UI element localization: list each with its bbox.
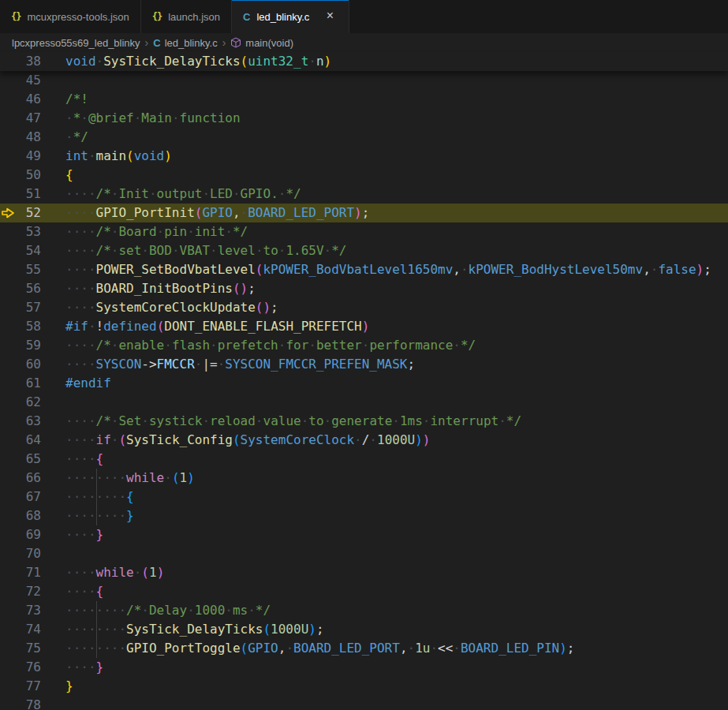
code-line[interactable]: 76····} [0, 658, 728, 677]
sticky-line[interactable]: 38void·SysTick_DelayTicks(uint32_t·n) [0, 52, 728, 71]
line-number[interactable]: 58 [16, 317, 41, 336]
tab-mcuxpresso-tools-json[interactable]: {} mcuxpresso-tools.json [0, 0, 141, 33]
code-line[interactable]: 70 [0, 544, 728, 563]
code-line[interactable]: 72····{ [0, 582, 728, 601]
glyph-margin[interactable] [0, 317, 16, 336]
code-line[interactable]: 61#endif [0, 374, 728, 393]
line-number[interactable]: 75 [16, 639, 41, 658]
line-number[interactable]: 55 [16, 260, 41, 279]
line-number[interactable]: 60 [16, 355, 41, 374]
code-line[interactable]: 77} [0, 677, 728, 696]
line-number[interactable]: 69 [16, 525, 41, 544]
breadcrumb-item-project[interactable]: lpcxpresso55s69_led_blinky [12, 37, 140, 49]
code-line[interactable]: 49int·main(void) [0, 147, 728, 166]
glyph-margin[interactable] [0, 544, 16, 563]
breadcrumb-item-file[interactable]: C led_blinky.c [153, 37, 217, 49]
line-number[interactable]: 48 [16, 128, 41, 147]
code-line[interactable]: 59····/*·enable·flash·prefetch·for·bette… [0, 336, 728, 355]
glyph-margin[interactable] [0, 241, 16, 260]
code-line[interactable]: 53····/*·Board·pin·init·*/ [0, 222, 728, 241]
code-line[interactable]: 45 [0, 71, 728, 90]
line-number[interactable]: 67 [16, 488, 41, 506]
line-number[interactable]: 78 [16, 696, 41, 710]
code-line[interactable]: 66········while·(1) [0, 469, 728, 488]
line-number[interactable]: 61 [16, 374, 41, 393]
line-number[interactable]: 53 [16, 222, 41, 241]
glyph-margin[interactable] [0, 393, 16, 412]
code-line[interactable]: 56····BOARD_InitBootPins(); [0, 279, 728, 298]
code-line[interactable]: 60····SYSCON->FMCCR·|=·SYSCON_FMCCR_PREF… [0, 355, 728, 374]
glyph-margin[interactable] [0, 109, 16, 128]
glyph-margin[interactable] [0, 336, 16, 355]
glyph-margin[interactable] [0, 298, 16, 317]
glyph-margin[interactable] [0, 639, 16, 658]
glyph-margin[interactable] [0, 677, 16, 696]
line-number[interactable]: 64 [16, 431, 41, 450]
line-number[interactable]: 66 [16, 469, 41, 488]
line-number[interactable]: 72 [16, 582, 41, 601]
glyph-margin[interactable] [0, 506, 16, 525]
glyph-margin[interactable] [0, 222, 16, 241]
code-line[interactable]: 68········} [0, 506, 728, 525]
code-line[interactable]: 51····/*·Init·output·LED·GPIO.·*/ [0, 185, 728, 204]
glyph-margin[interactable] [0, 71, 16, 90]
line-number[interactable]: 50 [16, 166, 41, 185]
glyph-margin[interactable] [0, 412, 16, 431]
glyph-margin[interactable] [0, 620, 16, 639]
glyph-margin[interactable] [0, 374, 16, 393]
line-number[interactable]: 71 [16, 563, 41, 582]
glyph-margin[interactable] [0, 563, 16, 582]
line-number[interactable]: 68 [16, 506, 41, 525]
code-line[interactable]: 50{ [0, 166, 728, 185]
line-number[interactable]: 46 [16, 90, 41, 109]
glyph-margin[interactable] [0, 166, 16, 185]
line-number[interactable]: 63 [16, 412, 41, 431]
line-number[interactable]: 49 [16, 147, 41, 166]
glyph-margin[interactable] [0, 601, 16, 620]
code-line[interactable]: 63····/*·Set·systick·reload·value·to·gen… [0, 412, 728, 431]
line-number[interactable]: 47 [16, 109, 41, 128]
line-number[interactable]: 52 [16, 204, 41, 222]
code-line[interactable]: 54····/*·set·BOD·VBAT·level·to·1.65V·*/ [0, 241, 728, 260]
code-line[interactable]: 73········/*·Delay·1000·ms·*/ [0, 601, 728, 620]
line-number[interactable]: 59 [16, 336, 41, 355]
glyph-margin[interactable] [0, 90, 16, 109]
glyph-margin[interactable] [0, 431, 16, 450]
glyph-margin[interactable] [0, 279, 16, 298]
code-line[interactable]: 64····if·(SysTick_Config(SystemCoreClock… [0, 431, 728, 450]
tab-launch-json[interactable]: {} launch.json [141, 0, 232, 33]
line-number[interactable]: 51 [16, 185, 41, 204]
code-line[interactable]: 58#if·!defined(DONT_ENABLE_FLASH_PREFETC… [0, 317, 728, 336]
close-icon[interactable]: × [322, 9, 338, 24]
line-number[interactable]: 56 [16, 279, 41, 298]
glyph-margin[interactable] [0, 128, 16, 147]
code-line[interactable]: 71····while·(1) [0, 563, 728, 582]
glyph-margin[interactable] [0, 147, 16, 166]
line-number[interactable]: 57 [16, 298, 41, 317]
code-line[interactable]: 55····POWER_SetBodVbatLevel(kPOWER_BodVb… [0, 260, 728, 279]
line-number[interactable]: 76 [16, 658, 41, 677]
line-number[interactable]: 62 [16, 393, 41, 412]
code-line[interactable]: 78 [0, 696, 728, 710]
line-number[interactable]: 77 [16, 677, 41, 696]
glyph-margin[interactable] [0, 185, 16, 204]
line-number[interactable]: 73 [16, 601, 41, 620]
glyph-margin[interactable] [0, 525, 16, 544]
line-number[interactable]: 74 [16, 620, 41, 639]
glyph-margin[interactable] [0, 52, 16, 71]
code-line[interactable]: 46/*! [0, 90, 728, 109]
glyph-margin[interactable] [0, 696, 16, 710]
code-line[interactable]: 47·*·@brief·Main·function [0, 109, 728, 128]
breadcrumb-item-symbol[interactable]: main(void) [230, 37, 293, 49]
line-number[interactable]: 65 [16, 450, 41, 469]
code-line[interactable]: 62 [0, 393, 728, 412]
code-line[interactable]: 52····GPIO_PortInit(GPIO,·BOARD_LED_PORT… [0, 204, 728, 222]
glyph-margin[interactable] [0, 355, 16, 374]
code-line[interactable]: 65····{ [0, 450, 728, 469]
line-number[interactable]: 54 [16, 241, 41, 260]
glyph-margin[interactable] [0, 469, 16, 488]
code-line[interactable]: 48·*/ [0, 128, 728, 147]
glyph-margin[interactable] [0, 450, 16, 469]
tab-led-blinky-c[interactable]: C led_blinky.c × [232, 0, 349, 33]
glyph-margin[interactable] [0, 582, 16, 601]
